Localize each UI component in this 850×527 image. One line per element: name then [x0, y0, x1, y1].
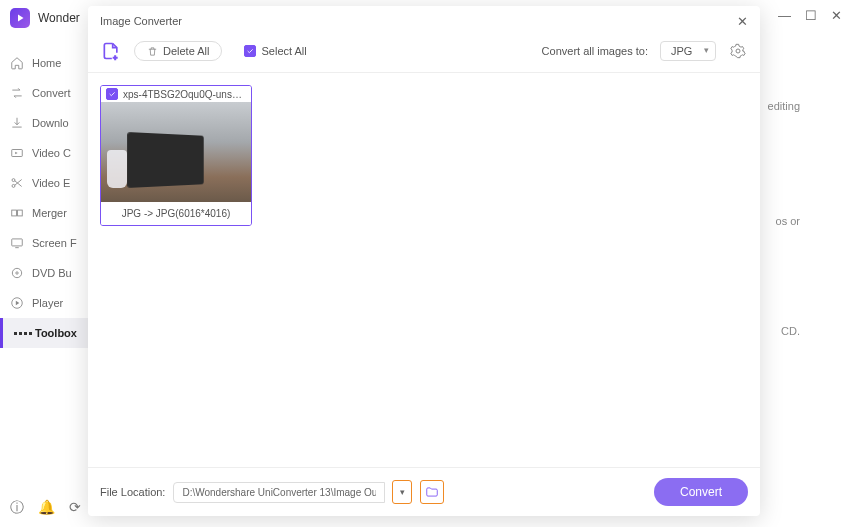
checkbox-checked-icon — [244, 45, 256, 57]
minimize-icon[interactable]: — — [778, 8, 791, 23]
file-location-input[interactable] — [173, 482, 385, 503]
image-thumbnail-card[interactable]: xps-4TBSG2Oqu0Q-unspl... JPG -> JPG(6016… — [100, 85, 252, 226]
sidebar-item-label: DVD Bu — [32, 267, 72, 279]
download-icon — [10, 116, 24, 130]
refresh-icon[interactable]: ⟳ — [69, 499, 81, 517]
sidebar-item-player[interactable]: Player — [0, 288, 90, 318]
image-converter-modal: Image Converter ✕ Delete All Select All … — [88, 6, 760, 516]
path-dropdown-icon[interactable]: ▾ — [392, 480, 412, 504]
output-format-select[interactable]: JPG — [660, 41, 716, 61]
bell-icon[interactable]: 🔔 — [38, 499, 55, 517]
thumbnail-filename: xps-4TBSG2Oqu0Q-unspl... — [123, 89, 246, 100]
sidebar-item-toolbox[interactable]: Toolbox — [0, 318, 90, 348]
sidebar-item-label: Toolbox — [35, 327, 77, 339]
screen-icon — [10, 236, 24, 250]
convert-all-label: Convert all images to: — [542, 45, 648, 57]
thumbnail-preview — [101, 102, 251, 202]
delete-all-label: Delete All — [163, 45, 209, 57]
settings-icon[interactable] — [728, 41, 748, 61]
app-logo-icon — [10, 8, 30, 28]
app-title: Wonder — [38, 11, 80, 25]
background-text: os or — [776, 215, 800, 227]
svg-point-7 — [16, 272, 18, 274]
compress-icon — [10, 146, 24, 160]
sidebar-item-dvd-burner[interactable]: DVD Bu — [0, 258, 90, 288]
svg-rect-4 — [18, 210, 23, 216]
delete-all-button[interactable]: Delete All — [134, 41, 222, 61]
svg-rect-3 — [12, 210, 17, 216]
add-image-icon[interactable] — [100, 40, 122, 62]
convert-icon — [10, 86, 24, 100]
format-selected-value: JPG — [671, 45, 692, 57]
help-icon[interactable]: ⓘ — [10, 499, 24, 517]
sidebar-item-video-editor[interactable]: Video E — [0, 168, 90, 198]
svg-point-6 — [12, 268, 21, 277]
thumbnail-header: xps-4TBSG2Oqu0Q-unspl... — [101, 86, 251, 102]
bottom-icon-bar: ⓘ 🔔 ⟳ — [10, 499, 81, 517]
select-all-label: Select All — [261, 45, 306, 57]
sidebar-item-screen-recorder[interactable]: Screen F — [0, 228, 90, 258]
sidebar-item-label: Home — [32, 57, 61, 69]
window-controls: — ☐ ✕ — [778, 8, 842, 23]
background-text: CD. — [781, 325, 800, 337]
modal-title: Image Converter — [100, 15, 182, 27]
svg-point-9 — [736, 49, 740, 53]
thumbnail-conversion-info: JPG -> JPG(6016*4016) — [101, 202, 251, 225]
scissors-icon — [10, 176, 24, 190]
sidebar-item-merger[interactable]: Merger — [0, 198, 90, 228]
open-folder-button[interactable] — [420, 480, 444, 504]
home-icon — [10, 56, 24, 70]
svg-rect-5 — [12, 239, 23, 246]
sidebar-item-label: Screen F — [32, 237, 77, 249]
sidebar-item-label: Video C — [32, 147, 71, 159]
play-icon — [10, 296, 24, 310]
maximize-icon[interactable]: ☐ — [805, 8, 817, 23]
folder-icon — [425, 485, 439, 499]
sidebar-item-label: Player — [32, 297, 63, 309]
background-text: editing — [768, 100, 800, 112]
sidebar-item-label: Convert — [32, 87, 71, 99]
close-icon[interactable]: ✕ — [831, 8, 842, 23]
sidebar-item-home[interactable]: Home — [0, 48, 90, 78]
convert-button[interactable]: Convert — [654, 478, 748, 506]
sidebar-item-downloader[interactable]: Downlo — [0, 108, 90, 138]
trash-icon — [147, 46, 158, 57]
sidebar-item-converter[interactable]: Convert — [0, 78, 90, 108]
modal-header: Image Converter ✕ — [88, 6, 760, 36]
file-location-label: File Location: — [100, 486, 165, 498]
modal-body: xps-4TBSG2Oqu0Q-unspl... JPG -> JPG(6016… — [88, 73, 760, 467]
disc-icon — [10, 266, 24, 280]
sidebar-item-label: Merger — [32, 207, 67, 219]
sidebar: Home Convert Downlo Video C Video E Merg… — [0, 36, 90, 527]
sidebar-item-video-compressor[interactable]: Video C — [0, 138, 90, 168]
modal-footer: File Location: ▾ Convert — [88, 467, 760, 516]
modal-close-icon[interactable]: ✕ — [737, 14, 748, 29]
toolbox-icon — [13, 326, 27, 340]
sidebar-item-label: Downlo — [32, 117, 69, 129]
merger-icon — [10, 206, 24, 220]
sidebar-item-label: Video E — [32, 177, 70, 189]
main-window: Wonder — ☐ ✕ Home Convert Downlo Video C… — [0, 0, 850, 527]
select-all-checkbox[interactable]: Select All — [244, 45, 306, 57]
modal-toolbar: Delete All Select All Convert all images… — [88, 36, 760, 73]
checkbox-checked-icon[interactable] — [106, 88, 118, 100]
